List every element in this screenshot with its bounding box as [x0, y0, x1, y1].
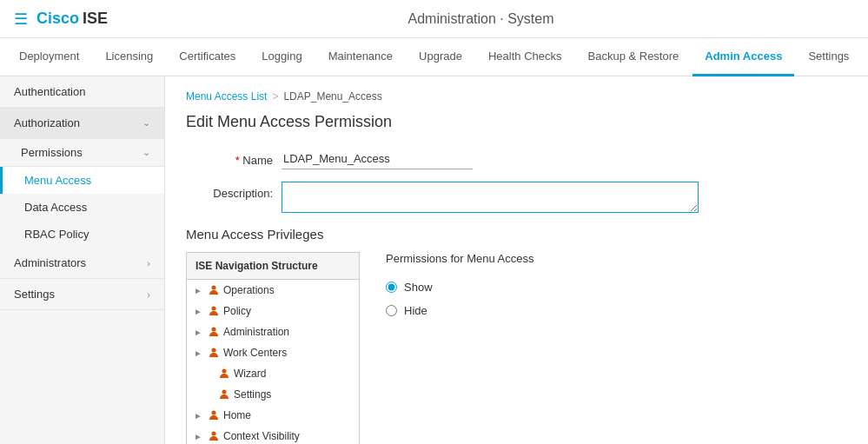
sidebar-data-access-label: Data Access — [24, 201, 87, 214]
tree-item-policy[interactable]: ► Policy — [187, 301, 359, 321]
operations-icon — [208, 284, 220, 296]
radio-show-row[interactable]: Show — [386, 281, 534, 294]
svg-point-2 — [212, 328, 216, 332]
tab-backup-restore[interactable]: Backup & Restore — [576, 38, 692, 76]
tree-item-home[interactable]: ► Home — [187, 405, 359, 426]
tab-health-checks[interactable]: Health Checks — [476, 38, 574, 76]
nav-tabs: Deployment Licensing Certificates Loggin… — [0, 38, 868, 76]
nav-structure-box: ISE Navigation Structure ► Operations ► — [186, 252, 360, 444]
breadcrumb-menu-access-list[interactable]: Menu Access List — [186, 90, 267, 103]
description-textarea[interactable] — [282, 182, 699, 213]
settings-nav-icon — [218, 388, 230, 401]
radio-hide-row[interactable]: Hide — [386, 304, 534, 317]
name-input[interactable] — [282, 149, 473, 169]
chevron-right-icon-administrators: › — [147, 258, 150, 268]
privileges-title: Menu Access Privileges — [186, 227, 847, 242]
tab-maintenance[interactable]: Maintenance — [316, 38, 405, 76]
content-area: Menu Access List > LDAP_Menu_Access Edit… — [165, 76, 868, 444]
sidebar-rbac-policy-label: RBAC Policy — [24, 228, 89, 241]
svg-point-7 — [212, 432, 216, 436]
chevron-right-icon-settings: › — [147, 289, 150, 300]
tree-label-administration: Administration — [223, 326, 289, 338]
svg-point-0 — [212, 286, 216, 290]
tree-item-operations[interactable]: ► Operations — [187, 280, 359, 301]
tab-licensing[interactable]: Licensing — [93, 38, 165, 76]
sidebar-item-menu-access[interactable]: Menu Access — [0, 167, 164, 194]
hamburger-icon[interactable]: ☰ — [14, 10, 28, 29]
top-header: ☰ Cisco ISE Administration · System — [0, 0, 868, 38]
permissions-label: Permissions for Menu Access — [386, 252, 534, 265]
radio-hide-label: Hide — [404, 304, 427, 317]
permissions-side: Permissions for Menu Access Show Hide — [386, 252, 534, 317]
logo-cisco: Cisco — [36, 10, 79, 28]
tree-item-settings[interactable]: ► Settings — [187, 384, 359, 405]
tab-logging[interactable]: Logging — [249, 38, 314, 76]
svg-point-4 — [222, 369, 227, 374]
chevron-home: ► — [194, 411, 204, 421]
tree-label-work-centers: Work Centers — [223, 347, 287, 359]
tree-item-context-visibility[interactable]: ► Context Visibility — [187, 426, 359, 444]
wizard-icon — [218, 368, 230, 380]
logo-ise: ISE — [83, 10, 108, 28]
chevron-down-icon: ⌄ — [142, 117, 150, 129]
sidebar-item-authentication[interactable]: Authentication — [0, 76, 164, 108]
sidebar-menu-access-label: Menu Access — [24, 174, 91, 187]
sidebar-item-rbac-policy[interactable]: RBAC Policy — [0, 221, 164, 248]
header-title: Administration · System — [108, 11, 854, 27]
description-label: Description: — [186, 182, 273, 200]
chevron-policy: ► — [194, 307, 204, 316]
administration-icon — [208, 326, 220, 338]
chevron-work-centers: ► — [194, 348, 204, 358]
name-row: * Name — [186, 149, 847, 169]
svg-point-3 — [212, 348, 216, 353]
tab-upgrade[interactable]: Upgrade — [407, 38, 474, 76]
breadcrumb-separator: > — [272, 90, 278, 103]
chevron-administration: ► — [194, 328, 204, 337]
svg-point-1 — [212, 307, 216, 311]
radio-show[interactable] — [386, 282, 397, 293]
description-row: Description: — [186, 182, 847, 213]
radio-hide[interactable] — [386, 305, 397, 316]
policy-icon — [208, 305, 220, 317]
sidebar: Authentication Authorization ⌄ Permissio… — [0, 76, 165, 444]
sidebar-item-data-access[interactable]: Data Access — [0, 194, 164, 221]
name-label: * Name — [186, 149, 273, 167]
tree-label-settings: Settings — [234, 388, 271, 401]
tree-item-wizard[interactable]: ► Wizard — [187, 363, 359, 384]
tree-item-administration[interactable]: ► Administration — [187, 321, 359, 342]
sidebar-item-permissions[interactable]: Permissions ⌄ — [0, 139, 164, 167]
radio-show-label: Show — [404, 281, 433, 294]
tree-label-context-visibility: Context Visibility — [223, 430, 300, 442]
svg-point-6 — [212, 411, 216, 415]
chevron-operations: ► — [194, 286, 204, 295]
svg-point-5 — [222, 390, 227, 394]
tab-deployment[interactable]: Deployment — [7, 38, 91, 76]
tab-certificates[interactable]: Certificates — [167, 38, 248, 76]
page-title: Edit Menu Access Permission — [186, 113, 847, 131]
context-visibility-icon — [208, 430, 220, 442]
work-centers-icon — [208, 347, 220, 359]
sidebar-item-administrators[interactable]: Administrators › — [0, 248, 164, 279]
privileges-layout: ISE Navigation Structure ► Operations ► — [186, 252, 847, 444]
sidebar-authorization-label: Authorization — [14, 116, 80, 129]
sidebar-settings-label: Settings — [14, 288, 55, 301]
chevron-context-visibility: ► — [194, 432, 204, 441]
tab-settings[interactable]: Settings — [796, 38, 861, 76]
nav-structure-header: ISE Navigation Structure — [187, 253, 359, 280]
logo: Cisco ISE — [36, 10, 108, 28]
sidebar-item-authorization[interactable]: Authorization ⌄ — [0, 108, 164, 139]
chevron-down-icon-permissions: ⌄ — [142, 147, 150, 158]
sidebar-administrators-label: Administrators — [14, 256, 86, 269]
sidebar-item-settings[interactable]: Settings › — [0, 279, 164, 310]
sidebar-permissions-label: Permissions — [21, 146, 83, 159]
tree-item-work-centers[interactable]: ► Work Centers — [187, 342, 359, 363]
tree-label-wizard: Wizard — [234, 368, 266, 380]
home-icon — [208, 409, 220, 421]
privileges-section: Menu Access Privileges ISE Navigation St… — [186, 227, 847, 444]
sidebar-authentication-label: Authentication — [14, 85, 85, 98]
tree-label-policy: Policy — [223, 305, 251, 317]
breadcrumb-current: LDAP_Menu_Access — [283, 90, 381, 103]
breadcrumb: Menu Access List > LDAP_Menu_Access — [186, 90, 847, 103]
tab-admin-access[interactable]: Admin Access — [692, 38, 794, 76]
tree-label-home: Home — [223, 409, 251, 421]
